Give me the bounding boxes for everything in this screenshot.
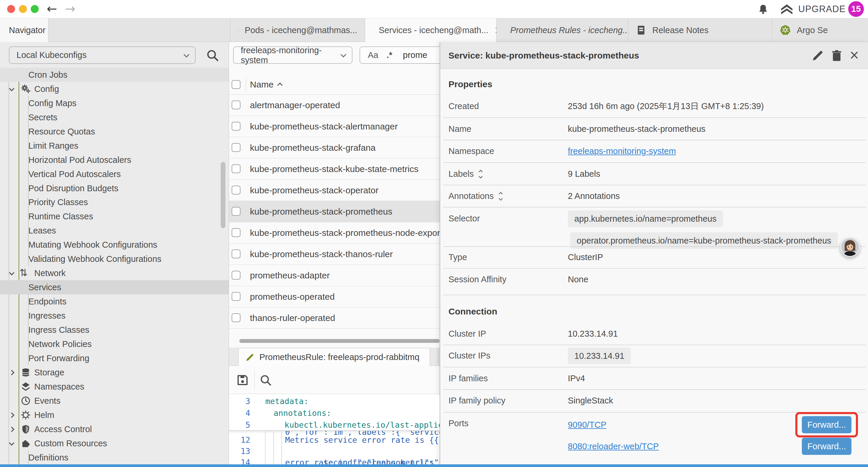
trash-icon[interactable] bbox=[830, 49, 843, 62]
sidebar-item-ingress-classes[interactable]: Ingress Classes bbox=[0, 323, 229, 337]
chevron-down-icon[interactable] bbox=[9, 440, 14, 445]
sidebar-item-runtime-classes[interactable]: Runtime Classes bbox=[0, 209, 229, 224]
table-row[interactable]: kube-prometheus-stack-grafana bbox=[229, 137, 440, 158]
case-sensitive-toggle[interactable]: Aa bbox=[368, 50, 378, 60]
chevron-right-icon[interactable] bbox=[9, 427, 14, 432]
row-checkbox[interactable] bbox=[231, 207, 241, 216]
row-checkbox[interactable] bbox=[231, 100, 241, 109]
back-icon[interactable]: ← bbox=[47, 0, 57, 18]
row-checkbox[interactable] bbox=[231, 185, 241, 195]
sidebar-item-network[interactable]: ⇅ Network bbox=[0, 266, 229, 280]
port-link[interactable]: 9090/TCP bbox=[568, 417, 607, 432]
sidebar-item-storage[interactable]: Storage bbox=[0, 365, 229, 380]
upgrade-button[interactable]: UPGRADE bbox=[798, 0, 845, 18]
name-column-header[interactable]: Name bbox=[250, 75, 274, 94]
table-row[interactable]: kube-prometheus-stack-kube-state-metrics bbox=[229, 158, 440, 180]
sidebar-item-mutating-webhook-configurations[interactable]: Mutating Webhook Configurations bbox=[0, 238, 229, 252]
sidebar-scrollbar[interactable] bbox=[221, 162, 225, 228]
save-icon[interactable] bbox=[236, 373, 250, 387]
sidebar-item-helm[interactable]: Helm bbox=[0, 408, 229, 422]
table-row[interactable]: alertmanager-operated bbox=[229, 95, 440, 116]
sidebar-item-validating-webhook-configurations[interactable]: Validating Webhook Configurations bbox=[0, 252, 229, 266]
tab-services[interactable]: Services - icecheng@math... × bbox=[365, 18, 497, 42]
chevron-right-icon[interactable] bbox=[9, 412, 14, 418]
close-window-icon[interactable] bbox=[7, 5, 15, 13]
port-link[interactable]: 8080:reloader-web/TCP bbox=[568, 439, 659, 454]
row-checkbox[interactable] bbox=[231, 228, 241, 237]
expand-annotations-toggle[interactable] bbox=[498, 191, 504, 201]
sidebar-item-ingresses[interactable]: Ingresses bbox=[0, 309, 229, 323]
sidebar-item-priority-classes[interactable]: Priority Classes bbox=[0, 195, 229, 209]
edit-pencil-icon[interactable] bbox=[811, 49, 824, 62]
forward-icon[interactable]: → bbox=[65, 0, 75, 18]
minimize-window-icon[interactable] bbox=[19, 5, 27, 13]
table-row[interactable]: prometheus-adapter bbox=[229, 265, 440, 286]
sidebar-item-definitions[interactable]: Definitions bbox=[0, 450, 229, 465]
sidebar-item-custom-resources[interactable]: Custom Resources bbox=[0, 436, 229, 450]
kubeconfig-selector[interactable]: Local Kubeconfigs bbox=[9, 47, 195, 64]
row-checkbox[interactable] bbox=[231, 143, 241, 152]
regex-toggle[interactable]: .* bbox=[386, 50, 392, 60]
chevron-down-icon[interactable] bbox=[9, 86, 14, 91]
close-tab-icon[interactable]: × bbox=[494, 25, 497, 36]
port-forward-button[interactable]: Forward... bbox=[802, 438, 851, 455]
row-checkbox[interactable] bbox=[231, 292, 241, 301]
sidebar-item-horizontal-pod-autoscalers[interactable]: Horizontal Pod Autoscalers bbox=[0, 153, 229, 167]
filter-input[interactable]: Aa .* prome bbox=[360, 47, 440, 64]
table-row[interactable]: kube-prometheus-stack-prometheus-node-ex… bbox=[229, 222, 440, 243]
sidebar-item-config[interactable]: Config bbox=[0, 82, 229, 96]
select-all-checkbox[interactable] bbox=[231, 80, 241, 89]
annotations-count[interactable]: 2 Annotations bbox=[568, 188, 620, 203]
sidebar-item-secrets[interactable]: Secrets bbox=[0, 110, 229, 124]
notification-badge[interactable]: 15 bbox=[848, 1, 864, 17]
row-checkbox[interactable] bbox=[231, 271, 241, 280]
row-checkbox[interactable] bbox=[231, 250, 241, 258]
filter-value[interactable]: prome bbox=[403, 50, 427, 60]
labels-count[interactable]: 9 Labels bbox=[568, 167, 600, 181]
sidebar-item-namespaces[interactable]: Namespaces bbox=[0, 380, 229, 394]
table-row[interactable]: kube-prometheus-stack-alertmanager bbox=[229, 116, 440, 137]
tab-navigator[interactable]: Navigator bbox=[0, 18, 49, 42]
sidebar-item-limit-ranges[interactable]: Limit Ranges bbox=[0, 139, 229, 153]
tab-argo[interactable]: Argo Se bbox=[772, 18, 868, 42]
editor-tab-prometheusrule[interactable]: PrometheusRule: freeleaps-prod-rabbitmq bbox=[239, 348, 430, 366]
search-icon[interactable] bbox=[259, 374, 272, 387]
sidebar-item-config-maps[interactable]: Config Maps bbox=[0, 96, 229, 110]
sidebar-item-cron-jobs[interactable]: Cron Jobs bbox=[0, 68, 229, 82]
zoom-window-icon[interactable] bbox=[31, 5, 39, 13]
upgrade-chevrons-icon[interactable] bbox=[780, 3, 794, 16]
tab-pods[interactable]: Pods - icecheng@mathmas... bbox=[230, 18, 365, 42]
search-icon[interactable] bbox=[206, 49, 219, 62]
sidebar-item-pod-disruption-budgets[interactable]: Pod Disruption Budgets bbox=[0, 181, 229, 195]
table-row-selected[interactable]: kube-prometheus-stack-prometheus bbox=[229, 201, 440, 222]
sidebar-item-endpoints[interactable]: Endpoints bbox=[0, 294, 229, 309]
avatar[interactable] bbox=[840, 237, 860, 257]
sidebar-item-access-control[interactable]: Access Control bbox=[0, 422, 229, 436]
expand-labels-toggle[interactable] bbox=[478, 169, 484, 179]
tab-release-notes[interactable]: Release Notes bbox=[628, 18, 772, 42]
sidebar-item-vertical-pod-autoscalers[interactable]: Vertical Pod Autoscalers bbox=[0, 167, 229, 181]
sidebar-item-resource-quotas[interactable]: Resource Quotas bbox=[0, 124, 229, 139]
row-checkbox[interactable] bbox=[231, 313, 241, 322]
tab-prometheus-rules[interactable]: Prometheus Rules - icecheng... bbox=[497, 18, 628, 42]
row-checkbox[interactable] bbox=[231, 164, 241, 173]
table-row[interactable]: kube-prometheus-stack-thanos-ruler bbox=[229, 243, 440, 265]
sort-ascending-icon[interactable] bbox=[277, 83, 282, 88]
sidebar-item-events[interactable]: Events bbox=[0, 394, 229, 408]
table-row[interactable]: thanos-ruler-operated bbox=[229, 308, 440, 329]
namespace-link[interactable]: freeleaps-monitoring-system bbox=[568, 144, 676, 158]
chevron-right-icon[interactable] bbox=[9, 370, 14, 375]
namespace-selector[interactable]: freeleaps-monitoring-system bbox=[233, 47, 352, 64]
sidebar-item-leases[interactable]: Leases bbox=[0, 224, 229, 238]
table-row[interactable]: kube-prometheus-stack-operator bbox=[229, 180, 440, 201]
row-checkbox[interactable] bbox=[231, 122, 241, 130]
close-panel-icon[interactable]: × bbox=[849, 42, 860, 69]
horizontal-scrollbar[interactable] bbox=[239, 339, 440, 343]
chevron-down-icon[interactable] bbox=[9, 270, 14, 275]
sidebar-item-port-forwarding[interactable]: Port Forwarding bbox=[0, 351, 229, 365]
editor-tab-partial[interactable] bbox=[438, 348, 440, 366]
sidebar-item-network-policies[interactable]: Network Policies bbox=[0, 337, 229, 351]
bell-icon[interactable] bbox=[757, 3, 769, 16]
sidebar-item-services[interactable]: Services bbox=[0, 280, 229, 294]
table-row[interactable]: prometheus-operated bbox=[229, 286, 440, 308]
